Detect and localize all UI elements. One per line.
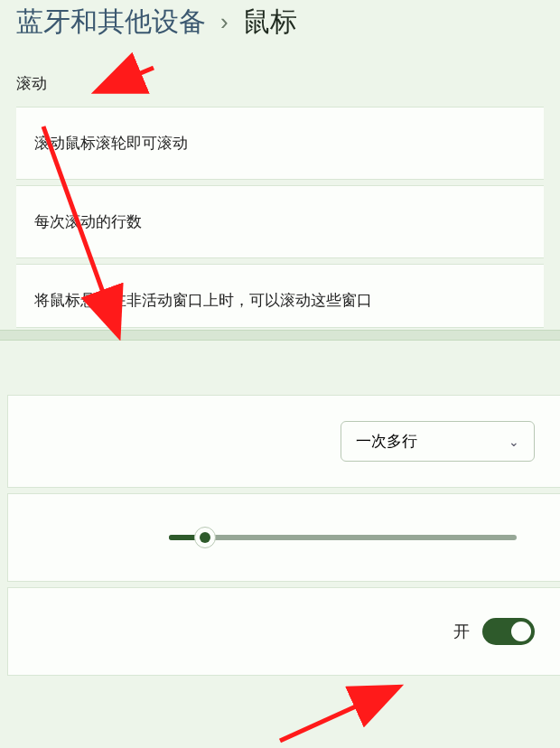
toggle-label: 开 xyxy=(453,621,470,642)
inactive-scroll-toggle[interactable] xyxy=(482,618,535,645)
dropdown-value: 一次多行 xyxy=(356,431,417,452)
lines-slider[interactable] xyxy=(33,535,535,540)
breadcrumb-current: 鼠标 xyxy=(243,4,297,41)
chevron-down-icon: ⌄ xyxy=(509,435,519,449)
setting-row-lines-per-scroll[interactable]: 每次滚动的行数 xyxy=(16,185,544,258)
setting-row-wheel-scroll[interactable]: 滚动鼠标滚轮即可滚动 xyxy=(16,107,544,180)
section-label-scroll: 滚动 xyxy=(0,55,560,107)
breadcrumb: 蓝牙和其他设备 › 鼠标 xyxy=(0,0,560,55)
control-row-dropdown: 一次多行 ⌄ xyxy=(7,395,560,488)
breadcrumb-parent-link[interactable]: 蓝牙和其他设备 xyxy=(16,4,206,41)
control-row-slider xyxy=(7,493,560,582)
section-divider xyxy=(0,330,560,341)
scroll-mode-dropdown[interactable]: 一次多行 ⌄ xyxy=(341,421,535,462)
setting-row-inactive-window-scroll[interactable]: 将鼠标悬停在非活动窗口上时，可以滚动这些窗口 xyxy=(16,264,544,328)
setting-label: 每次滚动的行数 xyxy=(34,213,142,230)
control-row-toggle: 开 xyxy=(7,587,560,676)
setting-label: 将鼠标悬停在非活动窗口上时，可以滚动这些窗口 xyxy=(34,292,372,309)
chevron-right-icon: › xyxy=(220,8,229,36)
slider-thumb[interactable] xyxy=(194,527,216,548)
toggle-knob xyxy=(511,622,531,641)
setting-label: 滚动鼠标滚轮即可滚动 xyxy=(34,135,188,152)
svg-line-3 xyxy=(280,688,396,741)
